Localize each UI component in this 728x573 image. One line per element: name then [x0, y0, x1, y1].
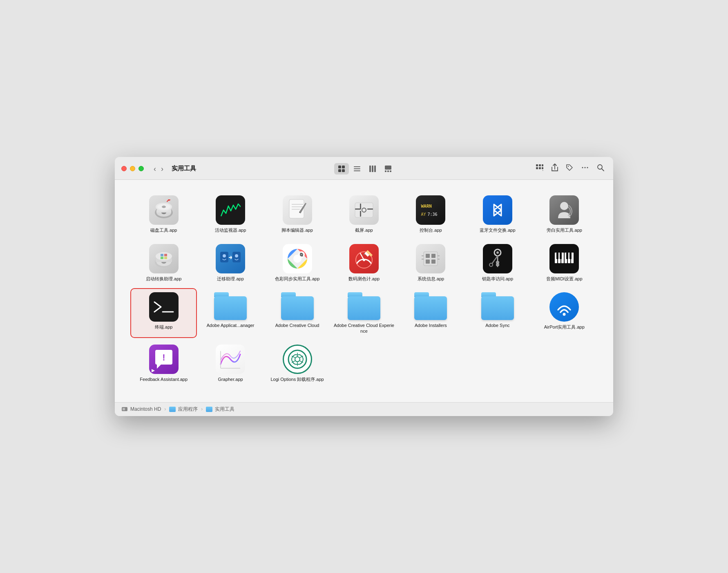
- adobe-app-manager-icon: [214, 292, 247, 320]
- app-airport[interactable]: AirPort实用工具.app: [532, 289, 597, 338]
- app-colorsync[interactable]: 色彩同步实用工具.app: [265, 241, 330, 285]
- svg-rect-68: [431, 260, 435, 264]
- svg-rect-13: [390, 170, 391, 172]
- svg-rect-4: [354, 166, 360, 167]
- app-script-editor[interactable]: 脚本编辑器.app: [265, 192, 330, 236]
- group-icon: [536, 164, 544, 171]
- gallery-icon: [384, 165, 392, 172]
- sysinfo-icon: [416, 244, 445, 273]
- svg-rect-90: [569, 253, 572, 259]
- svg-point-44: [560, 202, 568, 210]
- app-audiomidi[interactable]: 音频MIDI设置.app: [532, 241, 597, 285]
- app-logi-options[interactable]: Logi Options 卸载程序.app: [265, 341, 330, 385]
- svg-point-74: [496, 251, 499, 254]
- share-icon: [551, 163, 558, 172]
- svg-rect-87: [556, 253, 558, 259]
- group-button[interactable]: [533, 162, 546, 175]
- svg-rect-9: [374, 166, 376, 172]
- app-colormet[interactable]: 数码测色计.app: [331, 241, 396, 285]
- app-adobe-installers[interactable]: Adobe Installers: [398, 289, 463, 338]
- app-sysinfo[interactable]: 系统信息.app: [398, 241, 463, 285]
- svg-point-20: [568, 166, 569, 167]
- app-voiceover[interactable]: 旁白实用工具.app: [532, 192, 597, 236]
- disk-utility-label: 磁盘工具.app: [150, 227, 177, 233]
- statusbar-sep1: ›: [164, 406, 166, 412]
- svg-rect-12: [387, 170, 389, 172]
- share-button[interactable]: [549, 162, 561, 175]
- svg-rect-66: [431, 254, 435, 258]
- app-adobe-creative-cloud-exp[interactable]: Adobe Creative Cloud Experience: [331, 289, 396, 338]
- app-console[interactable]: WARN AY 7:36 控制台.app: [398, 192, 463, 236]
- svg-rect-49: [161, 254, 163, 256]
- svg-rect-89: [566, 253, 568, 259]
- svg-rect-38: [355, 203, 373, 217]
- app-migration[interactable]: 迁移助理.app: [198, 241, 263, 285]
- voiceover-icon: [549, 195, 579, 225]
- app-grapher[interactable]: Grapher.app: [198, 341, 263, 385]
- logi-options-label: Logi Options 卸载程序.app: [270, 376, 324, 382]
- tag-button[interactable]: [563, 162, 576, 175]
- svg-rect-7: [369, 166, 371, 172]
- app-adobe-sync[interactable]: Adobe Sync: [465, 289, 530, 338]
- nav-buttons: ‹ ›: [152, 164, 165, 173]
- adobe-sync-label: Adobe Sync: [485, 322, 509, 328]
- forward-button[interactable]: ›: [159, 164, 165, 173]
- colormet-icon: [349, 244, 379, 273]
- hd-icon: [121, 406, 128, 412]
- svg-rect-51: [161, 257, 163, 259]
- app-bootcamp[interactable]: 启动转换助理.app: [131, 241, 196, 285]
- back-button[interactable]: ‹: [152, 164, 158, 173]
- svg-rect-19: [542, 167, 543, 169]
- traffic-lights: [121, 166, 144, 171]
- app-disk-utility[interactable]: 磁盘工具.app: [131, 192, 196, 236]
- svg-point-22: [584, 167, 585, 168]
- bootcamp-icon: [149, 244, 179, 273]
- app-keychain[interactable]: 钥匙串访问.app: [465, 241, 530, 285]
- colorsync-icon: [283, 244, 312, 273]
- view-grid-button[interactable]: [334, 163, 349, 175]
- svg-line-25: [602, 169, 604, 171]
- adobe-installers-label: Adobe Installers: [415, 322, 447, 328]
- adobe-creative-cloud-icon: [281, 292, 314, 320]
- app-adobe-creative-cloud[interactable]: Adobe Creative Cloud: [265, 289, 330, 338]
- terminal-label: 终端.app: [155, 324, 172, 330]
- svg-point-31: [162, 206, 166, 208]
- svg-rect-39: [360, 204, 361, 209]
- svg-text:!: !: [162, 352, 165, 363]
- svg-point-92: [563, 313, 566, 316]
- svg-rect-15: [539, 164, 541, 166]
- grid-icon: [338, 165, 345, 172]
- app-terminal[interactable]: 终端.app: [131, 289, 196, 338]
- feedback-assistant-icon: !: [149, 345, 179, 374]
- svg-point-97: [295, 357, 300, 362]
- bluetooth-label: 蓝牙文件交换.app: [480, 227, 515, 233]
- close-button[interactable]: [121, 166, 127, 171]
- audiomidi-icon: [549, 244, 579, 273]
- app-feedback-assistant[interactable]: ! Feedback Assistant.app: [131, 341, 196, 385]
- view-list-button[interactable]: [350, 163, 364, 175]
- svg-rect-67: [426, 260, 430, 264]
- more-button[interactable]: [578, 162, 592, 175]
- adobe-creative-cloud-exp-icon: [348, 292, 380, 320]
- grapher-icon: [216, 345, 245, 374]
- audiomidi-label: 音频MIDI设置.app: [546, 276, 583, 282]
- bluetooth-icon: [483, 195, 512, 225]
- svg-point-63: [363, 259, 365, 261]
- adobe-creative-cloud-label: Adobe Creative Cloud: [275, 322, 319, 328]
- search-button[interactable]: [594, 162, 607, 175]
- svg-rect-1: [342, 166, 345, 168]
- colormet-label: 数码测色计.app: [348, 276, 380, 282]
- view-column-button[interactable]: [365, 163, 380, 175]
- keychain-icon: [483, 244, 512, 273]
- titlebar: ‹ › 实用工具: [115, 157, 613, 180]
- app-activity-monitor[interactable]: 活动监视器.app: [198, 192, 263, 236]
- view-gallery-button[interactable]: [381, 163, 395, 175]
- maximize-button[interactable]: [138, 166, 144, 171]
- minimize-button[interactable]: [130, 166, 135, 171]
- app-bluetooth[interactable]: 蓝牙文件交换.app: [465, 192, 530, 236]
- statusbar-utils: 实用工具: [215, 406, 234, 413]
- toolbar-right: [533, 162, 607, 175]
- app-screenshot[interactable]: 截屏.app: [331, 192, 396, 236]
- app-adobe-app-manager[interactable]: Adobe Applicat...anager: [198, 289, 263, 338]
- migration-label: 迁移助理.app: [217, 276, 243, 282]
